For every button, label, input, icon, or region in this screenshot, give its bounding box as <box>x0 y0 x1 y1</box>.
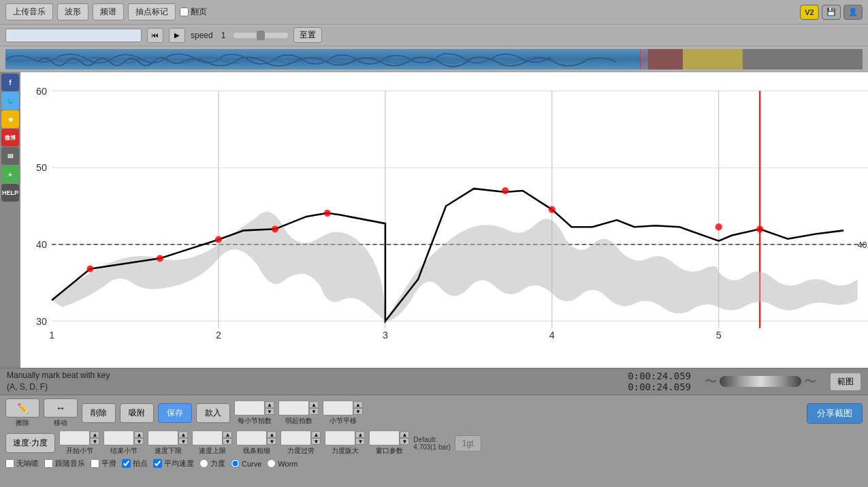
start-beat-up[interactable]: ▲ <box>309 401 319 408</box>
speed-low-input[interactable]: 30 <box>148 430 178 445</box>
bar-offset-down[interactable]: ▼ <box>353 408 363 415</box>
force-smooth-up[interactable]: ▲ <box>311 431 321 438</box>
svg-point-25 <box>324 210 331 217</box>
speed-low-up[interactable]: ▲ <box>178 431 188 438</box>
svg-text:1: 1 <box>49 330 54 341</box>
help-icon[interactable]: HELP <box>1 184 19 202</box>
bar-offset-up[interactable]: ▲ <box>353 401 363 408</box>
force-max-down[interactable]: ▼ <box>355 438 365 445</box>
waveform-button[interactable]: 波形 <box>57 3 89 20</box>
user-icon-button[interactable]: 👤 <box>843 5 863 20</box>
force-max-spinner: 2 ▲ ▼ <box>325 430 365 445</box>
force-smooth-down[interactable]: ▼ <box>311 438 321 445</box>
end-bar-up[interactable]: ▲ <box>134 431 144 438</box>
force-radio-label: 力度 <box>199 458 225 469</box>
speed-low-spinner: 30 ▲ ▼ <box>148 430 188 445</box>
svg-text:40.2: 40.2 <box>858 240 868 250</box>
beats-per-bar-input[interactable]: 3 <box>234 400 265 415</box>
snap-button[interactable]: 吸附 <box>120 403 154 423</box>
svg-point-29 <box>756 225 763 232</box>
import-button[interactable]: 款入 <box>196 403 230 423</box>
speed-high-spinner: 60 ▲ ▼ <box>192 430 232 445</box>
flip-checkbox[interactable] <box>180 7 189 16</box>
speed-low-label: 速度下限 <box>155 446 182 456</box>
window-input[interactable]: 4.703 <box>369 430 400 445</box>
apply-button[interactable]: 至置 <box>293 27 322 43</box>
force-max-input[interactable]: 2 <box>325 430 355 445</box>
force-max-up[interactable]: ▲ <box>355 431 365 438</box>
speed-slider[interactable] <box>234 33 288 38</box>
facebook-icon[interactable]: f <box>1 74 19 91</box>
start-bar-input[interactable]: 1 <box>59 430 90 445</box>
start-bar-up[interactable]: ▲ <box>90 431 99 438</box>
force-max-label: 力度阪大 <box>332 446 359 456</box>
svg-point-28 <box>716 223 722 230</box>
start-beat-input[interactable]: 0 <box>278 400 309 415</box>
beats-per-bar-down[interactable]: ▼ <box>265 408 274 415</box>
erase-button[interactable]: ✏️ <box>5 398 39 418</box>
speed-high-label: 速度上限 <box>199 446 226 456</box>
beat-marker-button[interactable]: 抽点标记 <box>128 3 176 20</box>
plus-icon[interactable]: + <box>1 166 19 183</box>
delete-button[interactable]: 削除 <box>82 403 116 423</box>
time-display: 0:00:24.059 0:00:24.059 <box>628 371 691 392</box>
v2-icon-button[interactable]: V2 <box>800 5 819 20</box>
bar-offset-input[interactable]: 0 <box>323 400 353 415</box>
erase-label: 擦除 <box>16 418 29 428</box>
curve-radio[interactable] <box>231 459 240 468</box>
speed-high-input[interactable]: 60 <box>192 430 223 445</box>
waveform-container[interactable] <box>5 49 863 69</box>
svg-text:40: 40 <box>36 239 47 250</box>
upload-music-button[interactable]: 上传音乐 <box>5 3 53 20</box>
speed-low-down[interactable]: ▼ <box>178 438 188 445</box>
hint-line1: Manually mark beat with key <box>7 370 614 381</box>
save-button[interactable]: 保存 <box>158 403 192 423</box>
line-width-up[interactable]: ▲ <box>267 431 276 438</box>
start-bar-down[interactable]: ▼ <box>90 438 99 445</box>
speed-high-up[interactable]: ▲ <box>223 431 232 438</box>
curve-radio-label: Curve <box>231 459 261 468</box>
spectrum-button[interactable]: 频谱 <box>93 3 124 20</box>
svg-point-24 <box>272 225 278 232</box>
play-button[interactable]: ▶ <box>169 28 185 43</box>
bar-offset-group: 0 ▲ ▼ 小节平移 <box>323 400 363 426</box>
end-bar-input[interactable]: 5 <box>103 430 134 445</box>
smooth-checkbox[interactable] <box>91 459 99 468</box>
speed-force-button[interactable]: 速度·力度 <box>5 433 55 453</box>
view-button[interactable]: 範图 <box>830 373 861 391</box>
move-group: ↔️ 移动 <box>44 398 78 428</box>
beats-per-bar-spinner: 3 ▲ ▼ <box>234 400 274 415</box>
svg-text:3: 3 <box>383 330 388 341</box>
volume-slider[interactable] <box>720 376 801 387</box>
star-icon[interactable]: ★ <box>1 110 19 128</box>
worm-radio[interactable] <box>267 459 276 468</box>
window-btns: ▲ ▼ <box>400 431 409 445</box>
start-bar-btns: ▲ ▼ <box>90 431 99 445</box>
save-icon-button[interactable]: 💾 <box>822 5 841 20</box>
beat-checkbox[interactable] <box>122 459 131 468</box>
force-smooth-input[interactable]: 20 <box>280 430 311 445</box>
mute-checkbox[interactable] <box>5 459 14 468</box>
window-spinner: 4.703 ▲ ▼ <box>369 430 409 445</box>
start-beat-down[interactable]: ▼ <box>309 408 319 415</box>
weibo-icon[interactable]: 微博 <box>1 129 19 146</box>
prev-button[interactable]: ⏮ <box>147 28 163 43</box>
wave-right-icon: 〜 <box>804 373 816 390</box>
window-down[interactable]: ▼ <box>400 438 409 445</box>
line-width-input[interactable]: 3 <box>236 430 267 445</box>
beats-per-bar-up[interactable]: ▲ <box>265 401 274 408</box>
twitter-icon[interactable]: 🐦 <box>1 92 19 110</box>
line-width-down[interactable]: ▼ <box>267 438 276 445</box>
share-button[interactable]: 分享截图 <box>807 403 863 424</box>
mail-icon[interactable]: ✉ <box>1 147 19 165</box>
follow-checkbox-label: 跟随音乐 <box>44 458 85 469</box>
force-radio[interactable] <box>199 459 208 468</box>
window-up[interactable]: ▲ <box>400 431 409 438</box>
follow-checkbox[interactable] <box>44 459 53 468</box>
speed-high-down[interactable]: ▼ <box>223 438 232 445</box>
avg-speed-checkbox[interactable] <box>153 459 162 468</box>
gray-button[interactable]: 1gt <box>455 435 481 452</box>
end-bar-down[interactable]: ▼ <box>134 438 144 445</box>
filename-input[interactable]: 乔瑛应年 00_24 <box>5 29 142 42</box>
move-button[interactable]: ↔️ <box>44 398 78 418</box>
